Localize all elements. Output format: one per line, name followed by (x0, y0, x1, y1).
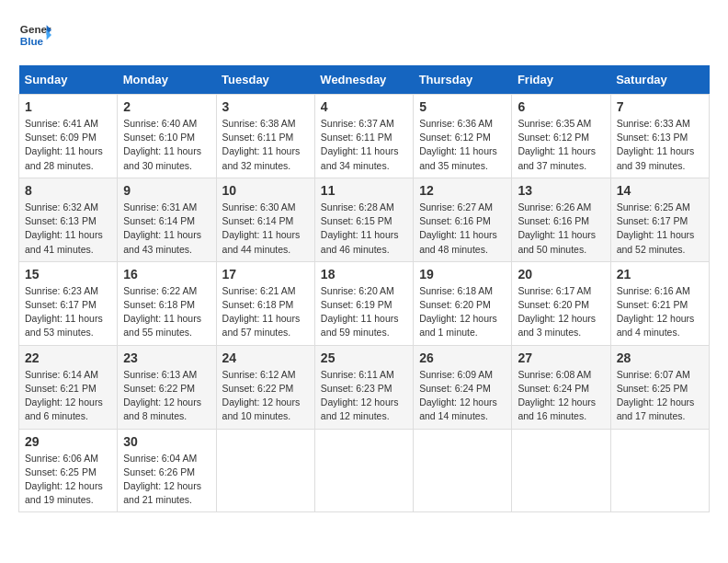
calendar-cell: 22Sunrise: 6:14 AMSunset: 6:21 PMDayligh… (19, 345, 118, 429)
calendar-cell (610, 429, 709, 512)
calendar-cell: 7Sunrise: 6:33 AMSunset: 6:13 PMDaylight… (610, 95, 709, 178)
day-number: 11 (321, 183, 407, 198)
day-number: 29 (25, 434, 111, 449)
day-info: Sunrise: 6:06 AMSunset: 6:25 PMDaylight:… (25, 452, 111, 508)
calendar-cell: 4Sunrise: 6:37 AMSunset: 6:11 PMDaylight… (314, 95, 413, 178)
day-number: 18 (321, 267, 407, 282)
calendar-cell: 6Sunrise: 6:35 AMSunset: 6:12 PMDaylight… (512, 95, 610, 178)
day-info: Sunrise: 6:28 AMSunset: 6:15 PMDaylight:… (321, 201, 407, 257)
calendar-cell: 28Sunrise: 6:07 AMSunset: 6:25 PMDayligh… (610, 345, 709, 429)
day-number: 1 (25, 99, 111, 114)
calendar-table: SundayMondayTuesdayWednesdayThursdayFrid… (18, 65, 710, 512)
day-info: Sunrise: 6:11 AMSunset: 6:23 PMDaylight:… (321, 368, 407, 424)
day-number: 12 (419, 183, 506, 198)
calendar-cell: 26Sunrise: 6:09 AMSunset: 6:24 PMDayligh… (414, 345, 512, 429)
calendar-cell: 5Sunrise: 6:36 AMSunset: 6:12 PMDaylight… (414, 95, 512, 178)
day-number: 28 (617, 350, 703, 365)
day-number: 15 (25, 267, 111, 282)
calendar-cell: 16Sunrise: 6:22 AMSunset: 6:18 PMDayligh… (118, 261, 216, 345)
calendar-cell: 30Sunrise: 6:04 AMSunset: 6:26 PMDayligh… (118, 429, 216, 512)
logo: General Blue (18, 18, 51, 52)
day-info: Sunrise: 6:21 AMSunset: 6:18 PMDaylight:… (222, 284, 309, 340)
day-number: 14 (617, 183, 703, 198)
day-number: 4 (321, 99, 407, 114)
day-info: Sunrise: 6:23 AMSunset: 6:17 PMDaylight:… (25, 284, 111, 340)
calendar-cell: 3Sunrise: 6:38 AMSunset: 6:11 PMDaylight… (216, 95, 314, 178)
day-info: Sunrise: 6:27 AMSunset: 6:16 PMDaylight:… (419, 201, 506, 257)
calendar-cell: 12Sunrise: 6:27 AMSunset: 6:16 PMDayligh… (414, 178, 512, 261)
day-info: Sunrise: 6:08 AMSunset: 6:24 PMDaylight:… (518, 368, 604, 424)
weekday-header: Thursday (414, 65, 512, 95)
calendar-cell: 21Sunrise: 6:16 AMSunset: 6:21 PMDayligh… (610, 261, 709, 345)
svg-text:Blue: Blue (20, 35, 44, 47)
calendar-cell: 11Sunrise: 6:28 AMSunset: 6:15 PMDayligh… (314, 178, 413, 261)
day-info: Sunrise: 6:35 AMSunset: 6:12 PMDaylight:… (518, 117, 604, 173)
header: General Blue (18, 18, 710, 52)
day-info: Sunrise: 6:04 AMSunset: 6:26 PMDaylight:… (123, 452, 210, 508)
calendar-cell: 17Sunrise: 6:21 AMSunset: 6:18 PMDayligh… (216, 261, 314, 345)
day-number: 23 (123, 350, 210, 365)
day-number: 30 (123, 434, 210, 449)
calendar-cell: 13Sunrise: 6:26 AMSunset: 6:16 PMDayligh… (512, 178, 610, 261)
day-number: 17 (222, 267, 309, 282)
day-info: Sunrise: 6:30 AMSunset: 6:14 PMDaylight:… (222, 201, 309, 257)
calendar-cell: 23Sunrise: 6:13 AMSunset: 6:22 PMDayligh… (118, 345, 216, 429)
day-info: Sunrise: 6:20 AMSunset: 6:19 PMDaylight:… (321, 284, 407, 340)
day-number: 16 (123, 267, 210, 282)
weekday-header: Saturday (610, 65, 709, 95)
calendar-cell (414, 429, 512, 512)
calendar-cell: 2Sunrise: 6:40 AMSunset: 6:10 PMDaylight… (118, 95, 216, 178)
calendar-cell: 1Sunrise: 6:41 AMSunset: 6:09 PMDaylight… (19, 95, 118, 178)
day-number: 20 (518, 267, 604, 282)
day-number: 22 (25, 350, 111, 365)
calendar-cell: 25Sunrise: 6:11 AMSunset: 6:23 PMDayligh… (314, 345, 413, 429)
day-info: Sunrise: 6:33 AMSunset: 6:13 PMDaylight:… (617, 117, 703, 173)
calendar-cell: 10Sunrise: 6:30 AMSunset: 6:14 PMDayligh… (216, 178, 314, 261)
logo-icon: General Blue (18, 18, 51, 52)
weekday-header: Wednesday (314, 65, 413, 95)
day-number: 21 (617, 267, 703, 282)
day-info: Sunrise: 6:41 AMSunset: 6:09 PMDaylight:… (25, 117, 111, 173)
day-number: 5 (419, 99, 506, 114)
day-info: Sunrise: 6:07 AMSunset: 6:25 PMDaylight:… (617, 368, 703, 424)
day-info: Sunrise: 6:22 AMSunset: 6:18 PMDaylight:… (123, 284, 210, 340)
day-number: 13 (518, 183, 604, 198)
day-number: 27 (518, 350, 604, 365)
calendar-header: SundayMondayTuesdayWednesdayThursdayFrid… (19, 65, 710, 95)
day-number: 3 (222, 99, 309, 114)
day-info: Sunrise: 6:36 AMSunset: 6:12 PMDaylight:… (419, 117, 506, 173)
calendar-cell: 19Sunrise: 6:18 AMSunset: 6:20 PMDayligh… (414, 261, 512, 345)
day-info: Sunrise: 6:14 AMSunset: 6:21 PMDaylight:… (25, 368, 111, 424)
calendar-cell: 18Sunrise: 6:20 AMSunset: 6:19 PMDayligh… (314, 261, 413, 345)
calendar-cell: 29Sunrise: 6:06 AMSunset: 6:25 PMDayligh… (19, 429, 118, 512)
day-number: 26 (419, 350, 506, 365)
day-number: 9 (123, 183, 210, 198)
day-info: Sunrise: 6:16 AMSunset: 6:21 PMDaylight:… (617, 284, 703, 340)
day-number: 6 (518, 99, 604, 114)
day-info: Sunrise: 6:38 AMSunset: 6:11 PMDaylight:… (222, 117, 309, 173)
day-info: Sunrise: 6:26 AMSunset: 6:16 PMDaylight:… (518, 201, 604, 257)
day-number: 25 (321, 350, 407, 365)
day-number: 24 (222, 350, 309, 365)
day-info: Sunrise: 6:09 AMSunset: 6:24 PMDaylight:… (419, 368, 506, 424)
calendar-cell: 15Sunrise: 6:23 AMSunset: 6:17 PMDayligh… (19, 261, 118, 345)
day-info: Sunrise: 6:17 AMSunset: 6:20 PMDaylight:… (518, 284, 604, 340)
weekday-header: Tuesday (216, 65, 314, 95)
day-info: Sunrise: 6:31 AMSunset: 6:14 PMDaylight:… (123, 201, 210, 257)
day-number: 2 (123, 99, 210, 114)
day-info: Sunrise: 6:40 AMSunset: 6:10 PMDaylight:… (123, 117, 210, 173)
calendar-cell (216, 429, 314, 512)
day-info: Sunrise: 6:32 AMSunset: 6:13 PMDaylight:… (25, 201, 111, 257)
day-info: Sunrise: 6:13 AMSunset: 6:22 PMDaylight:… (123, 368, 210, 424)
day-number: 8 (25, 183, 111, 198)
weekday-header: Sunday (19, 65, 118, 95)
calendar-cell (314, 429, 413, 512)
day-number: 19 (419, 267, 506, 282)
day-info: Sunrise: 6:18 AMSunset: 6:20 PMDaylight:… (419, 284, 506, 340)
weekday-header: Friday (512, 65, 610, 95)
day-number: 7 (617, 99, 703, 114)
day-info: Sunrise: 6:12 AMSunset: 6:22 PMDaylight:… (222, 368, 309, 424)
calendar-cell: 14Sunrise: 6:25 AMSunset: 6:17 PMDayligh… (610, 178, 709, 261)
day-info: Sunrise: 6:25 AMSunset: 6:17 PMDaylight:… (617, 201, 703, 257)
day-info: Sunrise: 6:37 AMSunset: 6:11 PMDaylight:… (321, 117, 407, 173)
